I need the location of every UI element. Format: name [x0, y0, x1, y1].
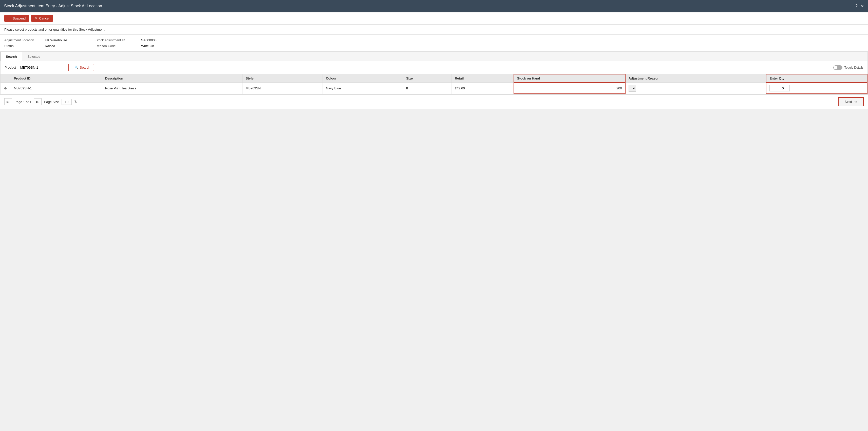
refresh-button[interactable]: ↻: [74, 100, 78, 104]
stock-adjustment-id-label: Stock Adjustment ID: [95, 38, 141, 42]
main-content: Search Selected Product 🔍 Search Toggle …: [0, 52, 868, 94]
row-retail: £42.60: [452, 82, 514, 94]
next-arrow-icon: ➔: [854, 100, 857, 104]
row-enter-qty[interactable]: [766, 82, 867, 94]
status-label: Status: [4, 44, 45, 48]
next-button[interactable]: Next ➔: [838, 97, 864, 106]
row-size: 8: [403, 82, 452, 94]
col-product-id: Product ID: [11, 74, 102, 82]
col-adjustment-reason: Adjustment Reason: [625, 74, 766, 82]
row-adjustment-reason[interactable]: [625, 82, 766, 94]
row-icon[interactable]: ⊙: [1, 82, 11, 94]
qty-input[interactable]: [770, 85, 790, 91]
cancel-x-icon: ✕: [35, 16, 37, 20]
products-table: Product ID Description Style Colour Size…: [1, 74, 867, 94]
table-row: ⊙ MB709SN-1 Rose Print Tea Dress MB709SN…: [1, 82, 867, 94]
title-bar: Stock Adjustment Item Entry - Adjust Sto…: [0, 0, 868, 12]
page-size-label: Page Size: [44, 100, 59, 104]
adjustment-location-value: UK Warehouse: [45, 38, 95, 42]
col-colour: Colour: [323, 74, 403, 82]
suspend-button[interactable]: ⏸ Suspend: [4, 15, 29, 22]
col-style: Style: [243, 74, 323, 82]
row-product-id: MB709SN-1: [11, 82, 102, 94]
cancel-button[interactable]: ✕ Cancel: [31, 15, 53, 22]
col-retail: Retail: [452, 74, 514, 82]
metadata-section: Adjustment Location UK Warehouse Stock A…: [0, 35, 868, 52]
status-value: Raised: [45, 44, 95, 48]
product-search-input[interactable]: [18, 64, 69, 71]
page-info: Page 1 of 1: [14, 100, 31, 104]
row-stock-on-hand: 200: [514, 82, 625, 94]
search-icon: 🔍: [74, 66, 79, 69]
col-size: Size: [403, 74, 452, 82]
col-icon: [1, 74, 11, 82]
page-size-input[interactable]: [62, 99, 72, 105]
next-page-small-button[interactable]: ⏭: [34, 98, 41, 105]
product-label: Product: [5, 66, 16, 69]
reason-code-label: Reason Code: [95, 44, 141, 48]
search-bar: Product 🔍 Search Toggle Details: [1, 61, 867, 74]
tab-search[interactable]: Search: [1, 52, 22, 61]
adjustment-location-label: Adjustment Location: [4, 38, 45, 42]
reason-code-value: Write On: [141, 44, 192, 48]
col-description: Description: [102, 74, 243, 82]
footer-bar: ⏮ Page 1 of 1 ⏭ Page Size ↻ Next ➔: [0, 94, 868, 109]
pause-icon: ⏸: [8, 16, 11, 20]
toggle-details-switch[interactable]: [833, 65, 842, 70]
row-description: Rose Print Tea Dress: [102, 82, 243, 94]
toggle-details-area: Toggle Details: [833, 65, 863, 70]
close-icon[interactable]: ✕: [861, 4, 864, 9]
stock-adjustment-id-value: SA000003: [141, 38, 192, 42]
search-button[interactable]: 🔍 Search: [71, 64, 94, 71]
col-enter-qty: Enter Qty: [766, 74, 867, 82]
col-stock-on-hand: Stock on Hand: [514, 74, 625, 82]
help-icon[interactable]: ?: [855, 4, 858, 8]
info-message: Please select products and enter quantit…: [0, 25, 868, 35]
first-page-button[interactable]: ⏮: [4, 98, 12, 105]
adjustment-reason-select[interactable]: [628, 85, 636, 92]
window-title: Stock Adjustment Item Entry - Adjust Sto…: [4, 4, 102, 8]
toolbar: ⏸ Suspend ✕ Cancel: [0, 12, 868, 25]
toggle-details-label: Toggle Details: [844, 66, 863, 69]
row-style: MB709SN: [243, 82, 323, 94]
tab-selected[interactable]: Selected: [22, 52, 45, 61]
row-colour: Navy Blue: [323, 82, 403, 94]
tabs: Search Selected: [1, 52, 867, 61]
